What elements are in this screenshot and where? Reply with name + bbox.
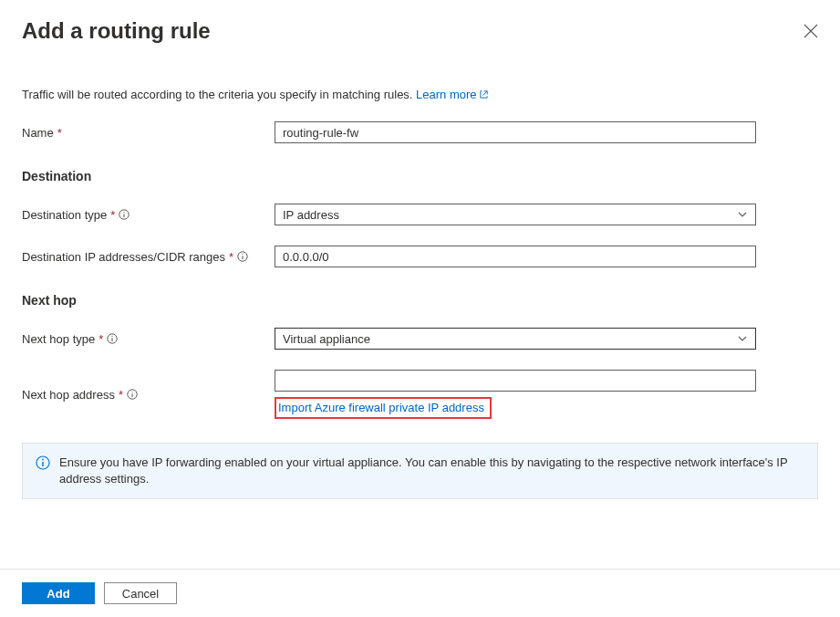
svg-point-10 <box>112 336 113 337</box>
svg-point-4 <box>124 212 125 213</box>
cancel-button[interactable]: Cancel <box>104 582 177 604</box>
name-label: Name * <box>22 126 275 140</box>
learn-more-link[interactable]: Learn more <box>416 88 488 101</box>
intro-text: Traffic will be routed according to the … <box>22 88 818 101</box>
intro-text-content: Traffic will be routed according to the … <box>22 88 416 101</box>
next-hop-address-input[interactable] <box>275 370 756 392</box>
close-icon[interactable] <box>804 24 818 38</box>
chevron-down-icon <box>737 209 748 220</box>
info-icon[interactable] <box>119 209 130 220</box>
svg-point-16 <box>42 459 44 461</box>
info-icon[interactable] <box>127 389 138 400</box>
info-callout: Ensure you have IP forwarding enabled on… <box>22 443 818 499</box>
destination-type-label: Destination type * <box>22 208 275 222</box>
destination-cidr-label: Destination IP addresses/CIDR ranges * <box>22 250 275 264</box>
name-input[interactable] <box>275 121 756 143</box>
info-callout-text: Ensure you have IP forwarding enabled on… <box>59 455 804 487</box>
svg-point-7 <box>243 254 244 255</box>
destination-type-value: IP address <box>283 208 339 222</box>
destination-cidr-input[interactable] <box>275 246 756 267</box>
destination-type-select[interactable]: IP address <box>275 204 756 225</box>
next-hop-type-select[interactable]: Virtual appliance <box>275 328 756 350</box>
next-hop-address-label: Next hop address * <box>22 388 275 402</box>
next-hop-section-heading: Next hop <box>22 293 818 308</box>
info-icon[interactable] <box>107 333 118 344</box>
info-icon[interactable] <box>237 251 248 262</box>
external-link-icon <box>479 89 489 99</box>
next-hop-type-label: Next hop type * <box>22 332 275 346</box>
chevron-down-icon <box>737 333 748 344</box>
import-firewall-ip-link[interactable]: Import Azure firewall private IP address <box>275 397 492 419</box>
svg-point-13 <box>131 392 132 392</box>
destination-section-heading: Destination <box>22 169 818 183</box>
footer: Add Cancel <box>0 569 840 617</box>
add-button[interactable]: Add <box>22 582 95 604</box>
next-hop-type-value: Virtual appliance <box>283 332 370 346</box>
page-title: Add a routing rule <box>22 18 211 44</box>
info-icon <box>36 455 50 470</box>
learn-more-label: Learn more <box>416 88 476 101</box>
